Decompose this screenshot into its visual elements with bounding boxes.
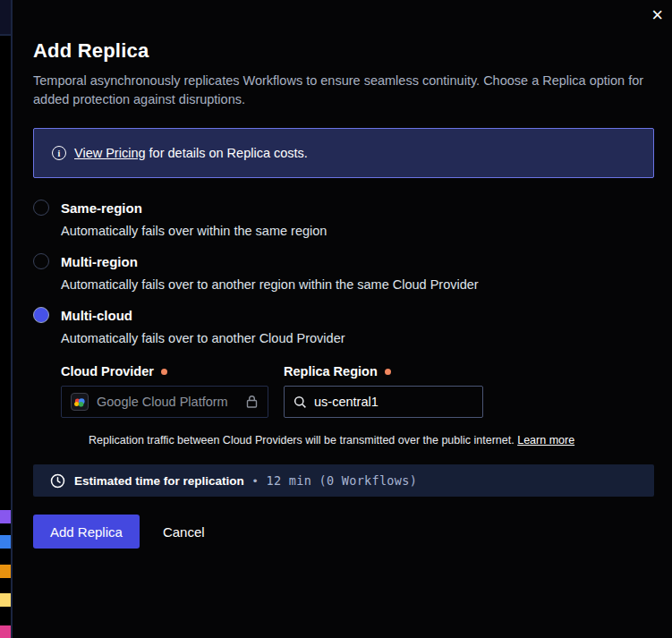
pricing-banner-rest: for details on Replica costs. (149, 146, 308, 160)
traffic-note-text: Replication traffic between Cloud Provid… (89, 434, 515, 447)
option-multi-region: Multi-region Automatically fails over to… (33, 253, 654, 292)
lock-icon (245, 395, 259, 409)
option-multi-cloud-row[interactable]: Multi-cloud (33, 307, 654, 323)
rail-stripe (0, 625, 11, 638)
page-title: Add Replica (33, 39, 654, 63)
required-dot-icon (385, 369, 391, 375)
cancel-button[interactable]: Cancel (163, 524, 205, 540)
modal-description: Temporal asynchronously replicates Workf… (33, 72, 651, 109)
option-same-region-row[interactable]: Same-region (33, 200, 654, 216)
field-label-text: Cloud Provider (61, 364, 154, 379)
modal-actions: Add Replica Cancel (33, 515, 654, 549)
multi-cloud-form: Cloud Provider Replica Region (61, 364, 654, 447)
replica-region-input[interactable] (314, 395, 473, 409)
option-multi-region-row[interactable]: Multi-region (33, 253, 654, 269)
replica-options: Same-region Automatically fails over wit… (33, 200, 654, 447)
option-label: Multi-cloud (61, 308, 132, 323)
add-replica-button[interactable]: Add Replica (33, 515, 140, 549)
rail-stripe (0, 565, 11, 578)
rail-stripe (0, 535, 11, 549)
estimate-banner: Estimated time for replication • 12 min … (33, 464, 654, 497)
replica-region-field[interactable] (284, 386, 483, 418)
page-behind-rail (0, 0, 13, 638)
required-dot-icon (161, 369, 167, 375)
rail-top-panel (0, 0, 11, 34)
radio-unselected-icon[interactable] (33, 253, 49, 269)
pricing-banner-text: View Pricing for details on Replica cost… (74, 146, 308, 160)
estimate-label: Estimated time for replication (74, 474, 244, 488)
option-description: Automatically fails over within the same… (61, 224, 654, 238)
field-label-text: Replica Region (284, 364, 378, 379)
cloud-provider-label: Cloud Provider (61, 364, 284, 379)
estimate-separator: • (253, 474, 258, 488)
rail-stripe (0, 593, 11, 607)
rail-stripe (0, 510, 11, 523)
close-icon[interactable]: × (651, 5, 663, 25)
option-same-region: Same-region Automatically fails over wit… (33, 200, 654, 238)
info-icon: i (52, 146, 66, 160)
view-pricing-link[interactable]: View Pricing (74, 146, 146, 160)
replica-region-label: Replica Region (284, 364, 391, 379)
option-label: Multi-region (61, 254, 138, 269)
add-replica-modal: × Add Replica Temporal asynchronously re… (13, 0, 672, 638)
learn-more-link[interactable]: Learn more (517, 434, 574, 447)
cloud-provider-value: Google Cloud Platform (97, 395, 237, 409)
radio-selected-icon[interactable] (33, 307, 49, 323)
traffic-note: Replication traffic between Cloud Provid… (89, 434, 654, 447)
option-multi-cloud: Multi-cloud Automatically fails over to … (33, 307, 654, 447)
google-cloud-platform-icon (71, 393, 89, 411)
estimate-value: 12 min (0 Workflows) (267, 473, 418, 488)
pricing-info-banner: i View Pricing for details on Replica co… (33, 128, 654, 178)
radio-unselected-icon[interactable] (33, 200, 49, 216)
rail-horizontal-divider (0, 34, 11, 36)
option-description: Automatically fails over to another regi… (61, 277, 654, 292)
option-description: Automatically fails over to another Clou… (61, 331, 654, 345)
search-icon (293, 396, 307, 409)
option-label: Same-region (61, 200, 142, 216)
cloud-provider-field: Google Cloud Platform (61, 386, 268, 418)
clock-icon (50, 473, 65, 489)
